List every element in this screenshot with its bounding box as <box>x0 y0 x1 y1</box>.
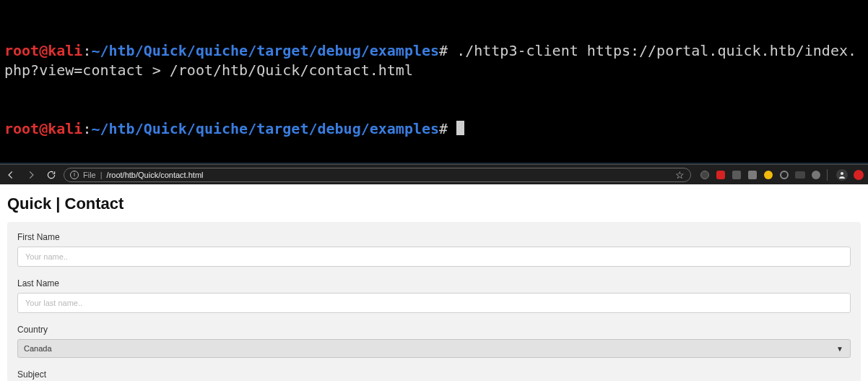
extension-icon-1[interactable] <box>700 170 710 180</box>
terminal-line-2: root@kali:~/htb/Quick/quiche/target/debu… <box>4 119 864 139</box>
reload-button[interactable] <box>43 168 59 181</box>
prompt-hash: # <box>439 42 448 59</box>
terminal-line-1: root@kali:~/htb/Quick/quiche/target/debu… <box>4 41 864 80</box>
country-select[interactable]: Canada <box>17 339 851 358</box>
extension-icon-3[interactable] <box>732 170 742 180</box>
extension-tray <box>695 169 864 181</box>
bookmark-star-icon[interactable]: ☆ <box>675 169 685 181</box>
back-button[interactable] <box>3 168 19 181</box>
prompt-hash: # <box>439 120 448 137</box>
extension-icon-4[interactable] <box>747 170 758 180</box>
last-name-input[interactable] <box>17 293 851 313</box>
first-name-input[interactable] <box>17 247 851 267</box>
browser-chrome: i File | /root/htb/Quick/contact.html ☆ <box>0 164 868 184</box>
svg-point-0 <box>841 172 843 175</box>
first-name-label: First Name <box>17 232 851 242</box>
address-path: /root/htb/Quick/contact.html <box>107 171 204 179</box>
arrow-left-icon <box>6 170 16 180</box>
last-extension-icon[interactable] <box>854 170 864 180</box>
terminal-cursor <box>456 121 464 135</box>
arrow-right-icon <box>26 170 36 180</box>
contact-form: First Name Last Name Country Canada ▼ Su… <box>7 222 861 381</box>
prompt-user: root@kali <box>4 42 82 59</box>
page-body: Quick | Contact First Name Last Name Cou… <box>0 184 868 381</box>
divider <box>827 169 828 181</box>
page-title: Quick | Contact <box>7 194 861 213</box>
site-info-icon[interactable]: i <box>70 171 79 179</box>
profile-avatar-icon[interactable] <box>836 169 848 181</box>
prompt-path: ~/htb/Quick/quiche/target/debug/examples <box>91 42 439 59</box>
extension-icon-8[interactable] <box>811 170 821 180</box>
country-label: Country <box>17 325 851 335</box>
extension-icon-6[interactable] <box>779 170 789 180</box>
extension-icon-7[interactable] <box>795 170 805 180</box>
prompt-path: ~/htb/Quick/quiche/target/debug/examples <box>91 120 439 137</box>
address-sep: | <box>100 171 103 179</box>
terminal-window[interactable]: root@kali:~/htb/Quick/quiche/target/debu… <box>0 0 868 164</box>
prompt-sep: : <box>82 120 91 137</box>
prompt-sep: : <box>82 42 91 59</box>
extension-icon-2[interactable] <box>716 170 726 180</box>
last-name-label: Last Name <box>17 278 851 288</box>
prompt-user: root@kali <box>4 120 82 137</box>
address-bar[interactable]: i File | /root/htb/Quick/contact.html ☆ <box>64 168 691 182</box>
reload-icon <box>46 170 56 180</box>
extension-icon-5[interactable] <box>763 170 773 180</box>
subject-label: Subject <box>17 369 851 380</box>
address-scheme: File <box>83 171 96 179</box>
forward-button[interactable] <box>23 168 39 181</box>
